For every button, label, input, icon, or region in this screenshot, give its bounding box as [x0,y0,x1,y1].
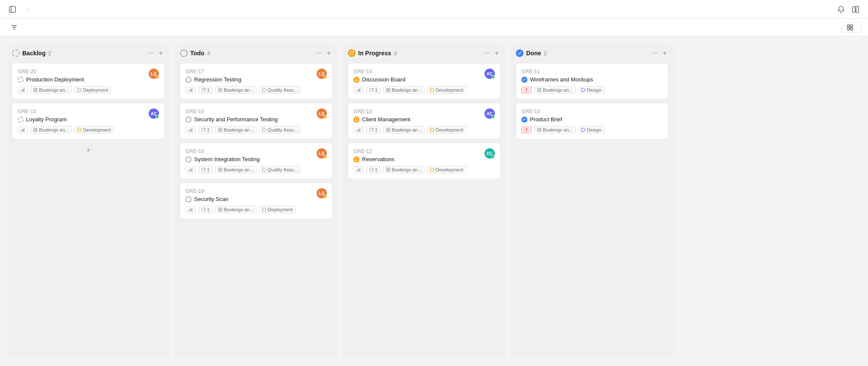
card-title-row: Production Deployment [18,76,84,83]
card-gre-15[interactable]: GRE-15 Loyalty Program AC Bookings an... [12,103,165,139]
svg-rect-89 [538,90,539,92]
svg-rect-83 [386,170,388,171]
meta-label-tag: Development [427,86,467,94]
done-card-icon [521,117,527,123]
meta-bar-icon [186,166,196,173]
svg-rect-49 [189,210,190,211]
meta-cycle-tag: 1 [198,206,213,213]
star-icon[interactable]: ☆ [25,5,31,13]
svg-rect-37 [218,128,220,129]
svg-rect-68 [357,130,358,132]
svg-rect-60 [358,89,359,92]
card-gre-19[interactable]: GRE-19 Security Scan LG 1 Booki [180,183,332,219]
svg-rect-42 [190,169,191,171]
meta-cycle-tag: 1 [366,166,380,174]
column-title-group: Backlog 2 [12,49,143,57]
card-title-row: Discussion Board [353,76,405,83]
svg-point-86 [526,91,527,92]
column-more-button-in-progress[interactable]: ··· [482,48,491,58]
column-count-backlog: 2 [48,50,51,57]
svg-rect-74 [386,130,388,132]
meta-bar-icon [353,166,364,173]
card-gre-14[interactable]: GRE-14 Discussion Board AC 1 [348,63,500,99]
card-title: Client Management [362,116,410,123]
column-count-done: 2 [544,50,547,57]
svg-rect-65 [386,90,388,92]
column-actions-backlog: ··· + [146,48,165,58]
meta-cycle-tag: 1 [366,86,380,94]
column-add-button-todo[interactable]: + [325,48,332,58]
column-title-backlog: Backlog [22,50,45,57]
card-gre-16[interactable]: GRE-16 System Integration Testing LG 1 [180,143,332,179]
meta-bookings-tag: Bookings an... [383,126,425,134]
column-more-button-backlog[interactable]: ··· [146,48,155,58]
svg-rect-73 [389,128,390,129]
filter-button[interactable] [7,23,24,32]
svg-rect-82 [389,168,390,169]
card-id: GRE-19 [186,188,228,194]
column-done: Done 2 ··· + GRE-11 Wireframes and Mocku… [511,43,673,358]
column-add-button-backlog[interactable]: + [157,48,165,58]
svg-rect-32 [221,90,222,92]
column-header-in-progress: In Progress 3 ··· + [348,48,500,58]
sidebar-toggle-button[interactable] [7,4,18,15]
svg-rect-93 [538,128,539,129]
svg-rect-55 [218,210,220,211]
meta-label-tag: Quality Assu... [259,166,301,174]
svg-rect-7 [847,25,850,27]
svg-rect-41 [189,170,190,171]
card-id: GRE-10 [521,108,562,114]
card-meta: Bookings an... Design [521,86,663,94]
card-status-icon [353,156,359,162]
meta-label-tag: Development [427,166,467,174]
card-title: System Integration Testing [194,156,260,162]
card-content: GRE-18 Security and Performance Testing [186,108,278,123]
svg-rect-40 [221,130,222,132]
meta-priority-tag [521,126,532,133]
card-gre-20[interactable]: GRE-20 Production Deployment LG Bookings… [12,63,165,99]
svg-rect-84 [389,170,390,171]
avatar: LG [317,188,327,198]
card-title: Production Deployment [26,76,84,83]
meta-bookings-tag: Bookings an... [534,126,576,134]
display-button[interactable] [841,22,861,33]
svg-rect-10 [850,28,853,30]
avatar: LG [317,69,327,79]
card-header: GRE-11 Wireframes and Mockups [521,69,663,83]
card-gre-12[interactable]: GRE-12 Reservations DC 1 [348,143,500,179]
card-header: GRE-18 Security and Performance Testing … [186,108,327,123]
card-gre-13[interactable]: GRE-13 Client Management AC 1 [348,103,500,139]
column-more-button-todo[interactable]: ··· [314,48,323,58]
card-gre-10[interactable]: GRE-10 Product Brief Bookings an... Desi… [516,103,668,139]
column-title-in-progress: In Progress [358,50,391,57]
column-header-done: Done 2 ··· + [516,48,668,58]
add-card-button[interactable]: + [12,143,165,159]
meta-cycle-tag: 1 [198,86,213,94]
card-gre-17[interactable]: GRE-17 Regression Testing LG 1 [180,63,332,99]
card-status-icon [18,117,24,123]
card-status-icon [186,196,192,202]
meta-bar-icon [353,126,364,133]
card-content: GRE-17 Regression Testing [186,69,241,83]
layout-toggle-button[interactable] [850,4,861,15]
avatar-dot [323,115,327,119]
card-header: GRE-12 Reservations DC [353,148,495,162]
card-gre-11[interactable]: GRE-11 Wireframes and Mockups Bookings a… [516,63,668,99]
column-todo: Todo 4 ··· + GRE-17 Regression Testing [175,43,338,358]
svg-rect-35 [192,128,192,132]
avatar: LG [149,69,159,79]
card-title-row: Reservations [353,156,395,162]
card-gre-18[interactable]: GRE-18 Security and Performance Testing … [180,103,332,139]
meta-cycle-tag: 1 [198,166,213,174]
meta-label-tag: Quality Assu... [259,86,301,94]
card-id: GRE-18 [186,108,278,114]
notifications-button[interactable] [835,4,847,15]
card-meta: Bookings an... Design [521,126,663,134]
card-title: Security and Performance Testing [194,116,278,123]
svg-rect-79 [359,168,360,171]
svg-rect-75 [389,130,390,132]
meta-bookings-tag: Bookings an... [215,86,257,94]
column-add-button-in-progress[interactable]: + [493,48,500,58]
column-add-button-done[interactable]: + [661,48,668,58]
column-more-button-done[interactable]: ··· [650,48,659,58]
